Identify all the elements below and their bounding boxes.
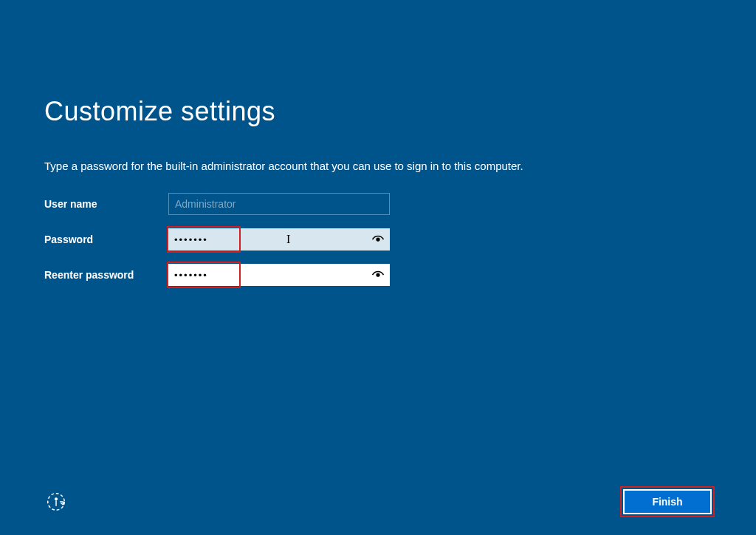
password-reveal-icon[interactable]: [371, 268, 385, 282]
password-reveal-icon[interactable]: [371, 232, 385, 247]
svg-point-1: [377, 273, 379, 276]
reenter-field[interactable]: [168, 264, 390, 286]
svg-point-3: [55, 497, 58, 500]
svg-point-0: [377, 238, 379, 241]
row-username: User name Administrator: [44, 193, 712, 215]
ease-of-access-icon[interactable]: [44, 490, 68, 514]
page-title: Customize settings: [44, 96, 712, 127]
username-field: Administrator: [168, 193, 390, 215]
password-label: Password: [44, 234, 168, 245]
password-field[interactable]: [168, 228, 390, 251]
finish-button[interactable]: Finish: [623, 489, 712, 514]
row-password: Password I: [44, 228, 712, 251]
row-reenter: Reenter password: [44, 264, 712, 286]
instruction-text: Type a password for the built-in adminis…: [44, 160, 712, 172]
username-label: User name: [44, 198, 168, 210]
reenter-label: Reenter password: [44, 269, 168, 281]
